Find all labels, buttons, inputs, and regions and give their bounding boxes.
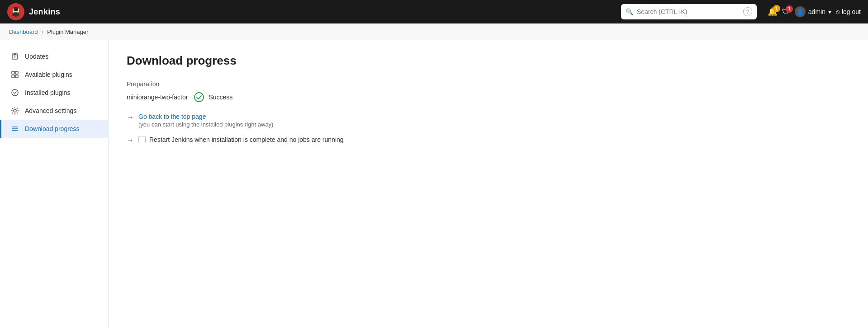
go-back-content: Go back to the top page (you can start u…: [138, 113, 273, 128]
advanced-settings-icon: [10, 106, 19, 115]
page-layout: Updates Available plugins Installed pl: [0, 40, 868, 328]
logout-button[interactable]: ⎋ log out: [836, 8, 861, 15]
available-plugins-icon: [10, 70, 19, 79]
sidebar-label-advanced-settings: Advanced settings: [25, 107, 76, 114]
plugin-name: miniorange-two-factor: [127, 94, 188, 101]
svg-point-4: [14, 10, 15, 11]
breadcrumb-current: Plugin Manager: [47, 28, 88, 35]
sidebar-item-download-progress[interactable]: Download progress: [0, 120, 108, 138]
sidebar-item-updates[interactable]: Updates: [0, 47, 108, 66]
breadcrumb-separator: ›: [42, 28, 44, 35]
breadcrumb-home[interactable]: Dashboard: [9, 28, 38, 35]
restart-content: Restart Jenkins when installation is com…: [138, 136, 344, 143]
page-title: Download progress: [127, 54, 850, 68]
sidebar-label-available-plugins: Available plugins: [25, 71, 72, 78]
restart-row: → Restart Jenkins when installation is c…: [127, 136, 850, 145]
updates-icon: [10, 52, 19, 61]
sidebar-item-advanced-settings[interactable]: Advanced settings: [0, 102, 108, 120]
sidebar-item-available-plugins[interactable]: Available plugins: [0, 66, 108, 84]
sidebar-item-installed-plugins[interactable]: Installed plugins: [0, 84, 108, 102]
sidebar-label-download-progress: Download progress: [25, 125, 80, 132]
restart-checkbox[interactable]: [138, 136, 146, 143]
svg-point-14: [14, 109, 16, 112]
preparation-label: Preparation: [127, 80, 850, 88]
notification-button[interactable]: 🔔 1: [768, 7, 778, 17]
go-back-row: → Go back to the top page (you can start…: [127, 113, 850, 128]
notification-badge: 1: [773, 5, 780, 12]
sidebar-label-updates: Updates: [25, 53, 48, 60]
search-input[interactable]: [637, 8, 740, 15]
security-badge: 1: [786, 5, 793, 13]
breadcrumb: Dashboard › Plugin Manager: [0, 23, 868, 40]
download-progress-icon: [10, 124, 19, 133]
plugin-status-row: miniorange-two-factor Success: [127, 92, 850, 102]
restart-label: Restart Jenkins when installation is com…: [149, 136, 344, 143]
svg-rect-11: [12, 75, 14, 78]
user-avatar: 👤: [795, 6, 806, 17]
user-name: admin: [808, 8, 825, 15]
success-icon: [194, 92, 204, 102]
svg-rect-6: [13, 7, 19, 9]
search-icon: 🔍: [626, 8, 633, 15]
svg-point-18: [194, 93, 204, 102]
main-content: Download progress Preparation miniorange…: [109, 40, 868, 328]
user-menu-button[interactable]: 👤 admin ▾: [795, 6, 831, 17]
sidebar: Updates Available plugins Installed pl: [0, 40, 109, 328]
app-title: Jenkins: [29, 7, 60, 17]
go-back-link[interactable]: Go back to the top page: [138, 113, 273, 120]
logout-icon: ⎋: [836, 8, 840, 15]
plugin-status-text: Success: [209, 94, 232, 101]
go-back-arrow-icon: →: [127, 113, 134, 122]
search-bar: 🔍 ?: [621, 4, 757, 19]
header-actions: 🔔 1 🛡 1 👤 admin ▾ ⎋ log out: [768, 6, 861, 17]
go-back-subtext: (you can start using the installed plugi…: [138, 121, 273, 128]
restart-arrow-icon: →: [127, 136, 134, 145]
svg-rect-10: [15, 71, 18, 74]
user-dropdown-icon: ▾: [828, 8, 831, 15]
installed-plugins-icon: [10, 88, 19, 97]
svg-rect-9: [12, 71, 14, 74]
svg-rect-12: [15, 75, 18, 78]
jenkins-logo-icon: [7, 3, 24, 20]
svg-point-5: [17, 10, 18, 11]
logout-label: log out: [842, 8, 861, 15]
sidebar-label-installed-plugins: Installed plugins: [25, 89, 70, 96]
security-button[interactable]: 🛡 1: [782, 7, 790, 17]
help-icon[interactable]: ?: [743, 7, 752, 16]
header: Jenkins 🔍 ? 🔔 1 🛡 1 👤 admin ▾ ⎋ log out: [0, 0, 868, 23]
jenkins-logo[interactable]: Jenkins: [7, 3, 60, 20]
